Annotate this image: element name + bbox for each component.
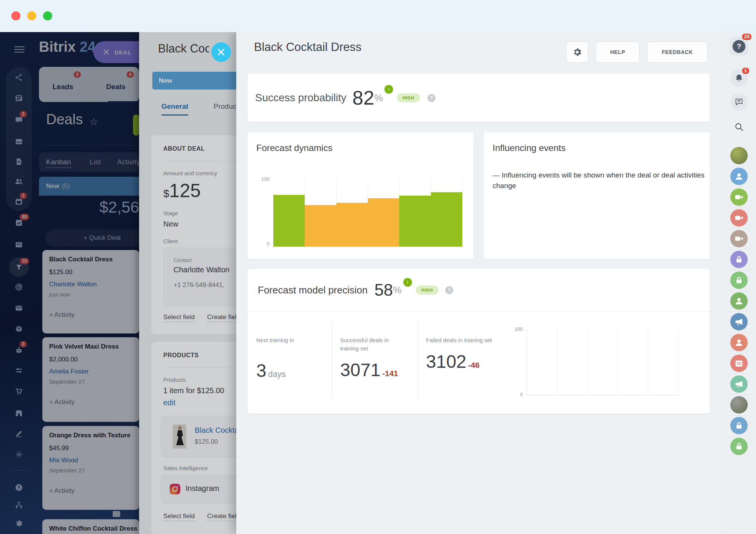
- messenger-icon[interactable]: 2: [14, 116, 23, 125]
- bar-5: [399, 196, 431, 247]
- feed-icon[interactable]: [14, 94, 23, 103]
- tab-list[interactable]: List: [90, 158, 101, 166]
- divider: [725, 353, 753, 353]
- sliders-icon[interactable]: [14, 366, 23, 375]
- select-field-link[interactable]: Select field: [163, 313, 195, 322]
- product-name[interactable]: Black Cocktail Dress: [195, 426, 236, 435]
- funnel-settings-button[interactable]: [133, 114, 139, 136]
- chat-icon: [734, 97, 744, 107]
- gear-icon: [572, 47, 582, 57]
- person-icon[interactable]: [730, 292, 748, 310]
- gear-icon[interactable]: [14, 519, 23, 528]
- videocam-icon[interactable]: [730, 209, 748, 227]
- megaphone-icon[interactable]: [730, 313, 748, 330]
- tab-general[interactable]: General: [161, 102, 188, 116]
- divider: [725, 395, 753, 395]
- lock-icon[interactable]: [730, 438, 748, 455]
- tab-products[interactable]: Products: [214, 102, 236, 111]
- person-icon[interactable]: [730, 168, 748, 185]
- printer-icon[interactable]: [113, 511, 120, 517]
- deal-card[interactable]: White Chiffon Cocktail Dress: [42, 519, 139, 534]
- calendar-icon[interactable]: [730, 355, 748, 372]
- chevron-down-icon[interactable]: [14, 450, 23, 459]
- bar-2: [305, 205, 336, 247]
- favorite-star-icon[interactable]: ☆: [89, 116, 98, 128]
- contact-name[interactable]: Charlotte Walton: [174, 265, 236, 274]
- lock-icon[interactable]: [730, 251, 748, 268]
- kanban-column-header[interactable]: New (5): [39, 177, 152, 196]
- document-icon[interactable]: [14, 157, 23, 166]
- deal-amount[interactable]: $125: [163, 180, 201, 202]
- close-window-button[interactable]: [11, 11, 20, 20]
- deals-badge: 4: [127, 71, 134, 78]
- product-row[interactable]: Black Cocktail Dress $125.00: [161, 416, 236, 457]
- tab-leads[interactable]: Leads: [53, 83, 73, 91]
- divider: [725, 228, 753, 229]
- question-icon[interactable]: ?: [14, 483, 23, 492]
- videocam-icon[interactable]: [730, 230, 748, 247]
- create-field-link[interactable]: Create field: [207, 313, 236, 322]
- close-icon[interactable]: [103, 49, 109, 55]
- cube-icon[interactable]: [14, 324, 23, 333]
- divider: [11, 470, 26, 471]
- stage-value[interactable]: New: [163, 220, 178, 228]
- lock-icon[interactable]: [730, 272, 748, 289]
- cart-icon[interactable]: [14, 387, 23, 396]
- sales-channel-box[interactable]: Instagram: [161, 475, 236, 503]
- help-circle-icon[interactable]: ?: [445, 286, 453, 294]
- sign-icon[interactable]: [14, 429, 23, 438]
- chat-button[interactable]: [730, 93, 748, 111]
- lock-icon[interactable]: [730, 417, 748, 434]
- feedback-button[interactable]: FEEDBACK: [647, 42, 708, 63]
- sitemap-icon[interactable]: [14, 500, 23, 509]
- help-button[interactable]: HELP: [596, 42, 640, 63]
- tab-activity[interactable]: Activity: [117, 158, 139, 166]
- user-avatar[interactable]: [730, 147, 748, 164]
- success-probability-card: Success probability 82 % ↑ HIGH ?: [248, 74, 710, 122]
- store-icon[interactable]: [14, 409, 23, 418]
- share-icon[interactable]: [14, 73, 23, 82]
- megaphone-icon[interactable]: [730, 375, 748, 393]
- menu-icon[interactable]: [14, 46, 25, 52]
- tab-deals[interactable]: Deals: [106, 83, 125, 91]
- videocam-icon[interactable]: [730, 188, 748, 206]
- mail-icon[interactable]: [14, 304, 23, 313]
- edit-link[interactable]: edit: [163, 398, 175, 407]
- leads-deals-switcher: Leads 2 Deals 4: [39, 67, 139, 102]
- divider: [725, 187, 753, 187]
- zoom-window-button[interactable]: [43, 11, 52, 20]
- contact-box[interactable]: Contact Charlotte Walton +1 276-549-8441…: [163, 248, 236, 306]
- contact-phone[interactable]: +1 276-549-8441,: [174, 281, 236, 289]
- idcard-icon[interactable]: [14, 240, 23, 249]
- divider: [725, 374, 753, 374]
- inbox-icon[interactable]: [14, 137, 23, 146]
- divider: [418, 322, 418, 401]
- target-icon[interactable]: [14, 282, 23, 292]
- people-icon[interactable]: [14, 177, 23, 186]
- y-axis-min-label: 0: [254, 241, 270, 247]
- divider: [725, 249, 753, 250]
- divider: [725, 166, 753, 167]
- deal-card[interactable]: Orange Dress with Texture $45.99 Mia Woo…: [42, 426, 139, 510]
- cat-avatar[interactable]: [730, 396, 748, 414]
- product-price: $125.00: [195, 438, 236, 446]
- minimize-window-button[interactable]: [27, 11, 36, 20]
- robot-icon[interactable]: 2: [14, 346, 23, 355]
- tasks-icon[interactable]: 88: [14, 218, 23, 227]
- bar-4: [368, 198, 399, 247]
- person-icon[interactable]: [730, 334, 748, 351]
- settings-button[interactable]: [566, 42, 588, 63]
- search-icon: [734, 122, 744, 132]
- stage-bar[interactable]: New: [152, 72, 236, 90]
- select-field-link[interactable]: Select field: [163, 512, 195, 521]
- crm-funnel-icon[interactable]: 16: [14, 262, 23, 272]
- close-slideover-button[interactable]: [211, 42, 231, 62]
- divider: [725, 436, 753, 437]
- create-field-link[interactable]: Create field: [207, 512, 236, 521]
- search-button[interactable]: [730, 118, 748, 136]
- tab-kanban[interactable]: Kanban: [46, 158, 71, 168]
- deal-card[interactable]: Black Cocktail Dress $125.00 Charlotte W…: [42, 250, 139, 333]
- calendar-icon[interactable]: 1: [14, 197, 23, 206]
- help-circle-icon[interactable]: ?: [428, 94, 435, 102]
- deal-card[interactable]: Pink Velvet Maxi Dress $2,000.00 Amelia …: [42, 337, 139, 422]
